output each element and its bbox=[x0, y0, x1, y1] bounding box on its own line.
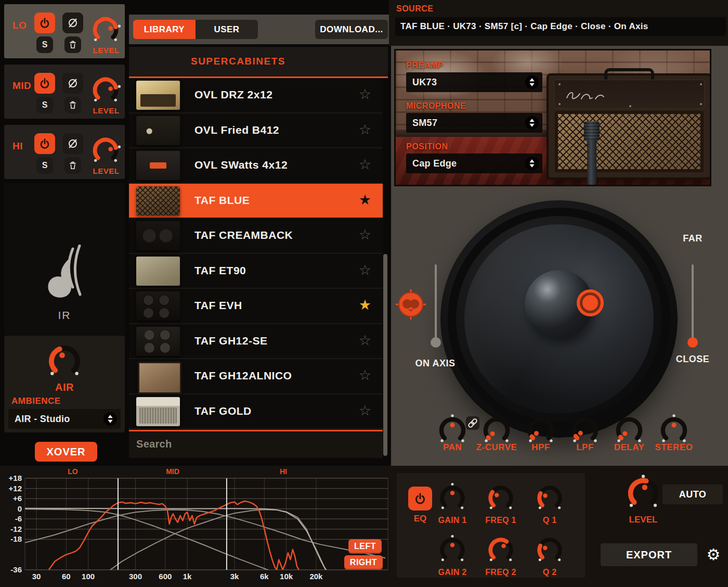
eq-output-panel: EQ GAIN 1FREQ 1Q 1GAIN 2FREQ 2Q 2 AUTO L… bbox=[395, 466, 728, 587]
export-button[interactable]: EXPORT bbox=[601, 543, 697, 566]
cabinet-thumbnail bbox=[136, 186, 180, 215]
cabinet-name: OVL SWatts 4x12 bbox=[194, 159, 288, 171]
favorite-star-icon[interactable]: ★ bbox=[359, 297, 371, 313]
band-hi-phase-button[interactable] bbox=[62, 133, 83, 154]
cabinet-list-item[interactable]: OVL SWatts 4x12☆ bbox=[129, 148, 383, 184]
cabinet-library-panel: SUPERCABINETS ☆★ OVL DRZ 2x12☆OVL Fried … bbox=[129, 47, 388, 458]
microphone-body bbox=[587, 140, 596, 185]
mic-axis-slider-thumb[interactable] bbox=[431, 337, 441, 348]
far-label: FAR bbox=[674, 233, 711, 244]
left-channel-button[interactable]: LEFT bbox=[348, 539, 382, 554]
gain-2-knob[interactable] bbox=[437, 534, 468, 566]
cabinet-thumbnail bbox=[136, 327, 180, 356]
cabinet-list-item[interactable]: OVL DRZ 2x12☆ bbox=[129, 78, 383, 113]
cabinet-photo bbox=[547, 73, 711, 180]
cabinet-name: TAF EVH bbox=[194, 299, 242, 312]
favorite-star-icon[interactable]: ★ bbox=[359, 192, 371, 208]
tab-library[interactable]: LIBRARY bbox=[133, 20, 196, 39]
polar-pattern-icon[interactable] bbox=[395, 289, 426, 320]
cabinet-list-item[interactable]: TAF ET90☆ bbox=[129, 254, 383, 289]
cabinet-list-item[interactable]: TAF CREAMBACK☆ bbox=[129, 219, 383, 254]
air-knob[interactable] bbox=[45, 341, 84, 381]
favorite-star-icon[interactable]: ☆ bbox=[359, 121, 371, 138]
band-mid-trash-button[interactable] bbox=[64, 97, 81, 113]
microphone-select-value: SM57 bbox=[406, 118, 525, 129]
library-user-tabs: LIBRARY USER bbox=[133, 20, 258, 39]
svg-text:100: 100 bbox=[82, 572, 95, 581]
svg-text:3k: 3k bbox=[230, 572, 239, 581]
cabinet-list-item[interactable]: OVL Fried B412☆ bbox=[129, 113, 383, 149]
cabinet-photo-panel: PREAMP UK73 MICROPHONE SM57 POSITION Cap… bbox=[394, 49, 711, 186]
band-hi-level-knob[interactable] bbox=[89, 134, 122, 167]
freq-1-knob[interactable] bbox=[485, 482, 516, 514]
q-1-knob-label: Q 1 bbox=[525, 516, 575, 525]
cabinet-list-item[interactable]: TAF EVH★ bbox=[129, 289, 383, 324]
freq-2-knob[interactable] bbox=[485, 534, 516, 566]
freq-1-knob-label: FREQ 1 bbox=[476, 516, 526, 525]
band-mid-power-button[interactable] bbox=[34, 73, 55, 94]
band-mid-level-knob[interactable] bbox=[89, 74, 122, 106]
favorite-star-icon[interactable]: ☆ bbox=[359, 86, 371, 103]
band-lo-solo-button[interactable]: S bbox=[36, 36, 53, 53]
xover-button[interactable]: XOVER bbox=[35, 442, 97, 462]
hpf-knob-label: HPF bbox=[517, 442, 564, 453]
output-level-knob[interactable] bbox=[624, 474, 662, 513]
mic-distance-slider-thumb[interactable] bbox=[687, 337, 698, 348]
cabinet-name: TAF GH12ALNICO bbox=[194, 369, 292, 382]
band-lo-phase-button[interactable] bbox=[62, 12, 83, 33]
cabinet-list-item[interactable]: TAF GH12ALNICO☆ bbox=[129, 359, 383, 394]
ambience-select[interactable]: AIR - Studio bbox=[8, 409, 121, 429]
download-button[interactable]: DOWNLOAD... bbox=[315, 20, 388, 39]
mic-distance-slider[interactable] bbox=[692, 264, 694, 343]
svg-text:+12: +12 bbox=[9, 484, 22, 493]
settings-gear-icon[interactable]: ⚙ bbox=[701, 543, 726, 566]
svg-text:-36: -36 bbox=[10, 565, 22, 574]
favorite-star-icon[interactable]: ☆ bbox=[359, 226, 371, 243]
band-panel-lo: LOSLEVEL bbox=[4, 4, 125, 58]
close-label: CLOSE bbox=[669, 354, 716, 365]
q-2-knob[interactable] bbox=[534, 534, 565, 566]
source-value-bar: TAF BLUE · UK73 · SM57 [c] · Cap Edge · … bbox=[395, 17, 726, 36]
tab-user[interactable]: USER bbox=[196, 20, 258, 39]
preamp-select[interactable]: UK73 bbox=[406, 72, 542, 92]
cabinet-name: TAF GOLD bbox=[194, 405, 252, 417]
link-icon[interactable] bbox=[466, 416, 479, 430]
search-input[interactable]: Search bbox=[129, 431, 388, 458]
svg-text:MID: MID bbox=[166, 467, 179, 476]
library-header: SUPERCABINETS ☆★ bbox=[129, 47, 388, 76]
z-curve-knob-label: Z-CURVE bbox=[473, 442, 520, 453]
microphone-select[interactable]: SM57 bbox=[406, 113, 542, 133]
cabinet-list-item[interactable]: TAF GH12-SE☆ bbox=[129, 324, 383, 360]
cabinet-list-item[interactable]: TAF GOLD☆ bbox=[129, 394, 383, 430]
scrollbar-thumb[interactable] bbox=[383, 254, 387, 456]
gain-1-knob[interactable] bbox=[437, 482, 468, 514]
favorite-star-icon[interactable]: ☆ bbox=[359, 262, 371, 278]
band-lo-trash-button[interactable] bbox=[64, 36, 81, 53]
favorite-star-icon[interactable]: ☆ bbox=[359, 332, 371, 349]
band-hi-solo-button[interactable]: S bbox=[36, 157, 53, 174]
favorite-star-icon[interactable]: ☆ bbox=[359, 402, 371, 419]
position-select[interactable]: Cap Edge bbox=[406, 154, 542, 173]
band-mid-phase-button[interactable] bbox=[62, 73, 83, 94]
cabinet-list-item-selected[interactable]: TAF BLUE★ bbox=[129, 184, 383, 219]
q-1-knob[interactable] bbox=[534, 482, 565, 514]
eq-power-button[interactable] bbox=[408, 487, 432, 511]
auto-level-button[interactable]: AUTO bbox=[662, 484, 723, 504]
position-select-value: Cap Edge bbox=[406, 158, 525, 169]
svg-text:600: 600 bbox=[159, 572, 172, 581]
favorite-star-icon[interactable]: ☆ bbox=[359, 367, 371, 384]
band-lo-power-button[interactable] bbox=[34, 12, 55, 33]
library-scrollbar[interactable] bbox=[383, 78, 388, 458]
cabinet-name: TAF CREAMBACK bbox=[194, 229, 293, 241]
band-hi-power-button[interactable] bbox=[34, 133, 55, 154]
mic-axis-slider[interactable] bbox=[435, 264, 437, 347]
cabinet-name: TAF GH12-SE bbox=[194, 335, 267, 347]
band-hi-trash-button[interactable] bbox=[64, 157, 81, 174]
favorite-star-icon[interactable]: ☆ bbox=[359, 156, 371, 173]
band-mid-solo-button[interactable]: S bbox=[36, 97, 53, 113]
right-channel-button[interactable]: RIGHT bbox=[344, 555, 383, 570]
cabinet-thumbnail bbox=[136, 291, 180, 321]
cabinet-handle bbox=[604, 68, 654, 80]
mic-position-marker[interactable] bbox=[577, 289, 604, 316]
band-lo-level-knob[interactable] bbox=[89, 14, 122, 46]
